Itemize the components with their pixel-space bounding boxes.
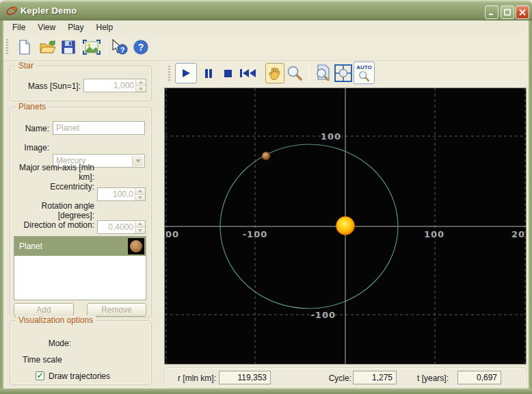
add-button-label: Add [36, 305, 51, 315]
title-bar[interactable]: Kepler Demo [0, 0, 532, 21]
capture-view-icon [83, 40, 101, 55]
draw-trajectories-checkbox[interactable] [36, 371, 44, 380]
mass-spinner[interactable] [135, 79, 146, 92]
semi-axis-value: 100,0 [113, 189, 133, 199]
chevron-down-icon[interactable] [132, 155, 144, 166]
cycle-value: 1,275 [372, 373, 393, 382]
spin-up-icon[interactable] [135, 188, 145, 194]
window-border-bottom [0, 389, 532, 394]
x-axis-label-200: 20 [511, 229, 525, 239]
playbar-grip[interactable] [168, 66, 170, 82]
toolbar-separator [106, 40, 107, 55]
semi-axis-field[interactable]: 100,0 [97, 187, 146, 201]
r-value: 119,353 [238, 373, 267, 382]
mass-field[interactable]: 1,000 [83, 79, 146, 92]
cycle-field: 1,275 [353, 371, 397, 384]
playbar-separator [309, 65, 310, 81]
remove-button-label: Remove [101, 305, 132, 315]
stop-icon [224, 70, 232, 77]
stop-button[interactable] [220, 66, 235, 80]
y-axis-label-minus100: -100 [310, 310, 336, 320]
planet [262, 152, 270, 160]
window-border-left [0, 21, 3, 389]
eccentricity-spinner[interactable] [135, 221, 145, 233]
r-field: 119,353 [219, 371, 271, 384]
checkmark-icon [36, 372, 43, 380]
close-button[interactable] [516, 5, 529, 19]
eccentricity-label: Eccentricity: [10, 182, 94, 192]
rewind-button[interactable] [239, 66, 258, 80]
direction-label: Direction of motion: [10, 220, 94, 230]
close-icon [519, 9, 526, 16]
spin-up-icon[interactable] [135, 221, 145, 227]
planet-list-item-name: Planet [14, 241, 42, 251]
planet-list-item-selected[interactable]: Planet [14, 237, 146, 256]
add-button[interactable]: Add [14, 303, 74, 317]
t-value: 0,697 [477, 373, 497, 382]
star-group-title: Star [16, 61, 36, 70]
pan-tool-button[interactable] [265, 63, 284, 83]
menu-play[interactable]: Play [62, 21, 90, 34]
mass-value: 1,000 [114, 81, 134, 90]
app-window: Kepler Demo File View Play Help [0, 0, 532, 394]
eccentricity-field[interactable]: 0,4000 [97, 220, 146, 234]
remove-button[interactable]: Remove [87, 303, 146, 317]
visualization-group-title: Visualization options [16, 315, 96, 325]
planet-list[interactable]: Planet [14, 236, 146, 300]
menu-file[interactable]: File [6, 21, 31, 34]
zoom-tool-button[interactable] [285, 64, 304, 83]
x-axis-label-100: 100 [424, 229, 444, 239]
planet-thumbnail [128, 238, 144, 254]
minimize-button[interactable] [485, 5, 498, 19]
help-button[interactable]: ? [131, 38, 150, 56]
mode-label: Mode: [27, 339, 71, 348]
save-file-button[interactable] [59, 38, 78, 56]
r-label: r [mln km]: [175, 373, 216, 383]
draw-trajectories-label: Draw trajectories [49, 371, 110, 381]
play-button[interactable] [175, 63, 197, 83]
open-folder-icon [40, 40, 56, 55]
zoom-region-icon [315, 64, 332, 82]
context-help-icon: ? [110, 39, 128, 55]
name-field[interactable]: Planet [53, 121, 145, 135]
image-label: Image: [10, 143, 49, 153]
pause-button[interactable] [201, 66, 216, 80]
auto-label: AUTO [356, 64, 372, 70]
orbit-canvas[interactable]: 100 -100 00 -100 100 20 [164, 88, 527, 365]
new-file-icon [18, 40, 31, 55]
toolbar-grip[interactable] [6, 39, 8, 55]
menu-help[interactable]: Help [90, 21, 119, 34]
magnifier-icon [358, 70, 370, 82]
zoom-fit-icon [334, 64, 352, 82]
play-icon [181, 68, 191, 78]
mercury-image [130, 240, 142, 252]
zoom-fit-button[interactable] [334, 64, 353, 83]
spin-down-icon[interactable] [136, 86, 146, 92]
zoom-auto-button[interactable]: AUTO [354, 62, 375, 84]
open-file-button[interactable] [38, 38, 57, 56]
svg-text:?: ? [120, 46, 125, 54]
name-label: Name: [10, 124, 49, 133]
spin-down-icon[interactable] [135, 194, 145, 201]
hand-icon [269, 66, 281, 80]
planets-group-title: Planets [16, 102, 49, 111]
y-axis-label-100: 100 [321, 131, 341, 142]
toolbar-separator [80, 40, 81, 55]
new-file-button[interactable] [15, 38, 34, 56]
window-border-right [529, 21, 532, 389]
maximize-icon [504, 9, 511, 16]
context-help-button[interactable]: ? [109, 38, 129, 56]
menu-bar: File View Play Help [3, 21, 529, 34]
semi-axis-spinner[interactable] [135, 188, 145, 200]
spin-up-icon[interactable] [136, 79, 146, 86]
save-floppy-icon [61, 40, 76, 55]
rewind-icon [240, 69, 256, 77]
mass-label: Mass [Sun=1]: [10, 81, 81, 91]
maximize-button[interactable] [501, 5, 514, 19]
time-scale-label: Time scale [23, 355, 73, 365]
rotation-label: Rotation angle [degrees]: [10, 201, 94, 220]
capture-view-button[interactable] [82, 38, 101, 56]
zoom-region-button[interactable] [314, 64, 332, 83]
menu-view[interactable]: View [31, 21, 62, 34]
spin-down-icon[interactable] [135, 227, 145, 234]
